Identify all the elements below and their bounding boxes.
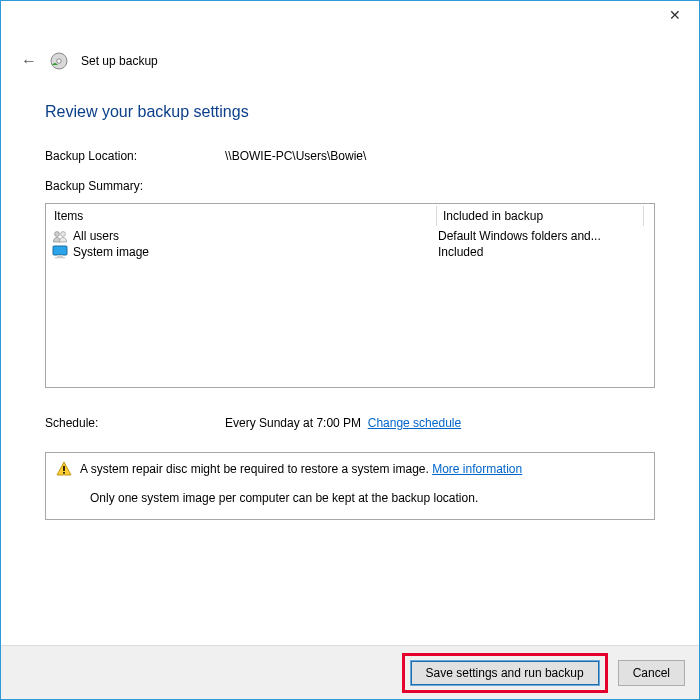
backup-wizard-window: ✕ ← Set up backup Review your backup set… bbox=[0, 0, 700, 700]
info-text-1: A system repair disc might be required t… bbox=[80, 462, 522, 476]
wizard-header: ← Set up backup bbox=[1, 31, 699, 79]
wizard-content: Review your backup settings Backup Locat… bbox=[1, 79, 699, 645]
change-schedule-link[interactable]: Change schedule bbox=[368, 416, 461, 430]
header-included[interactable]: Included in backup bbox=[437, 206, 644, 226]
schedule-value: Every Sunday at 7:00 PM Change schedule bbox=[225, 416, 655, 430]
warning-icon bbox=[56, 461, 72, 477]
svg-point-2 bbox=[55, 231, 60, 236]
svg-rect-8 bbox=[63, 472, 65, 474]
cancel-button[interactable]: Cancel bbox=[618, 660, 685, 686]
info-text-2: Only one system image per computer can b… bbox=[56, 491, 644, 505]
table-row[interactable]: All users Default Windows folders and... bbox=[46, 228, 654, 244]
highlight-annotation: Save settings and run backup bbox=[402, 653, 608, 693]
schedule-label: Schedule: bbox=[45, 416, 225, 430]
row-item-label: All users bbox=[73, 229, 119, 243]
schedule-row: Schedule: Every Sunday at 7:00 PM Change… bbox=[45, 416, 655, 430]
header-items[interactable]: Items bbox=[52, 206, 437, 226]
svg-point-1 bbox=[57, 59, 61, 63]
svg-rect-7 bbox=[63, 466, 65, 471]
monitor-icon bbox=[52, 245, 68, 259]
backup-location-value: \\BOWIE-PC\Users\Bowie\ bbox=[225, 149, 655, 163]
page-heading: Review your backup settings bbox=[45, 103, 655, 121]
table-row[interactable]: System image Included bbox=[46, 244, 654, 260]
svg-rect-5 bbox=[57, 255, 63, 257]
titlebar: ✕ bbox=[1, 1, 699, 31]
backup-location-row: Backup Location: \\BOWIE-PC\Users\Bowie\ bbox=[45, 149, 655, 163]
backup-location-label: Backup Location: bbox=[45, 149, 225, 163]
svg-rect-4 bbox=[53, 246, 67, 255]
svg-point-3 bbox=[61, 231, 66, 236]
row-item-label: System image bbox=[73, 245, 149, 259]
back-arrow-icon[interactable]: ← bbox=[21, 52, 37, 70]
info-box: A system repair disc might be required t… bbox=[45, 452, 655, 520]
wizard-footer: Save settings and run backup Cancel bbox=[1, 645, 699, 699]
backup-summary-label: Backup Summary: bbox=[45, 179, 655, 193]
schedule-text: Every Sunday at 7:00 PM bbox=[225, 416, 361, 430]
svg-rect-6 bbox=[55, 257, 65, 258]
wizard-title: Set up backup bbox=[81, 54, 158, 68]
row-included-label: Default Windows folders and... bbox=[432, 229, 648, 243]
backup-disc-icon bbox=[49, 51, 69, 71]
table-header: Items Included in backup bbox=[46, 204, 654, 228]
more-information-link[interactable]: More information bbox=[432, 462, 522, 476]
users-icon bbox=[52, 230, 68, 243]
row-included-label: Included bbox=[432, 245, 648, 259]
close-icon[interactable]: ✕ bbox=[669, 7, 681, 23]
backup-summary-table: Items Included in backup All users bbox=[45, 203, 655, 388]
save-and-run-button[interactable]: Save settings and run backup bbox=[411, 661, 599, 685]
